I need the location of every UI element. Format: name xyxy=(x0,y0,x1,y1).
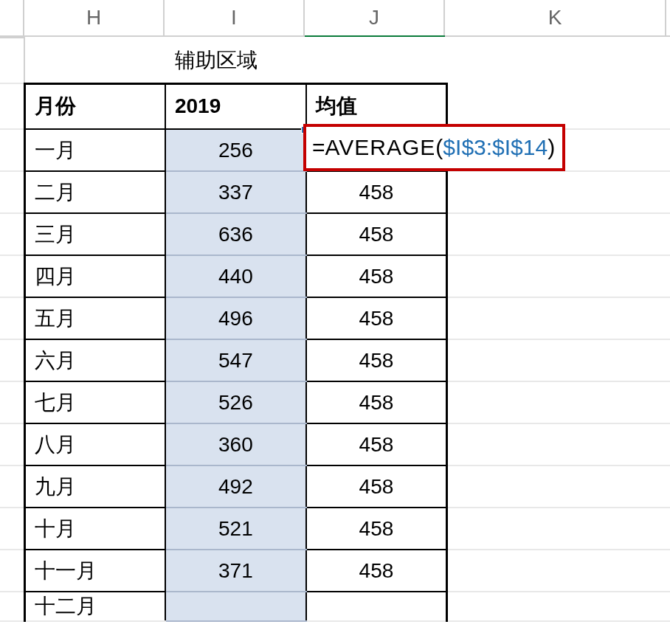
row-edge xyxy=(0,423,24,465)
row-edge xyxy=(0,550,24,592)
cell[interactable] xyxy=(447,255,669,297)
month-cell[interactable]: 一月 xyxy=(24,129,165,171)
cell[interactable] xyxy=(447,213,669,255)
row-edge xyxy=(0,83,24,129)
table-row: 月份 2019 均值 xyxy=(0,83,669,129)
row-edge xyxy=(0,381,24,423)
value-cell[interactable]: 492 xyxy=(165,465,306,508)
month-cell[interactable]: 五月 xyxy=(24,297,165,339)
table-row: 六月 547 458 xyxy=(0,339,669,381)
spreadsheet-viewport: H I J K 辅助区域 xyxy=(0,0,670,644)
column-header-h[interactable]: H xyxy=(24,0,165,35)
avg-cell[interactable]: 458 xyxy=(306,381,447,423)
value-cell[interactable]: 547 xyxy=(165,339,306,381)
value-cell[interactable]: 440 xyxy=(165,255,306,297)
formula-function-name: AVERAGE xyxy=(325,135,436,159)
month-cell[interactable]: 九月 xyxy=(24,465,165,508)
corner-spacer xyxy=(0,0,24,35)
grid-area: 辅助区域 月份 2019 均值 一月 256 xyxy=(0,37,670,622)
table-row: 九月 492 458 xyxy=(0,465,669,508)
cell[interactable] xyxy=(447,38,669,83)
cell[interactable] xyxy=(447,550,669,592)
table-row: 十二月 xyxy=(0,592,669,621)
table-row: 十一月 371 458 xyxy=(0,550,669,592)
formula-close-paren: ) xyxy=(548,135,555,159)
value-cell[interactable]: 337 xyxy=(165,171,306,213)
row-edge xyxy=(0,213,24,255)
cell[interactable] xyxy=(447,171,669,213)
aux-area-label-cell[interactable]: 辅助区域 xyxy=(165,38,306,83)
row-edge xyxy=(0,592,24,621)
value-cell[interactable]: 371 xyxy=(165,550,306,592)
table-row: 二月 337 458 xyxy=(0,171,669,213)
table-row: 四月 440 458 xyxy=(0,255,669,297)
cell[interactable] xyxy=(447,339,669,381)
formula-editor[interactable]: =AVERAGE($I$3:$I$14) xyxy=(303,124,565,171)
month-header-cell[interactable]: 月份 xyxy=(24,83,165,129)
row-edge xyxy=(0,171,24,213)
value-cell[interactable]: 521 xyxy=(165,508,306,550)
avg-cell[interactable]: 458 xyxy=(306,508,447,550)
cell[interactable] xyxy=(447,381,669,423)
formula-range-ref: $I$3:$I$14 xyxy=(443,135,548,159)
row-edge xyxy=(0,297,24,339)
column-header-j[interactable]: J xyxy=(305,0,445,35)
column-header-i[interactable]: I xyxy=(165,0,305,35)
value-cell[interactable]: 636 xyxy=(165,213,306,255)
table-row: 十月 521 458 xyxy=(0,508,669,550)
table-row: 八月 360 458 xyxy=(0,423,669,465)
cell[interactable] xyxy=(447,592,669,621)
month-cell[interactable]: 四月 xyxy=(24,255,165,297)
value-cell[interactable]: 256 xyxy=(165,129,306,171)
formula-open-paren: ( xyxy=(435,135,443,159)
table-row: 五月 496 458 xyxy=(0,297,669,339)
month-cell[interactable]: 八月 xyxy=(24,423,165,465)
month-cell[interactable]: 六月 xyxy=(24,339,165,381)
month-cell[interactable]: 十一月 xyxy=(24,550,165,592)
cell[interactable] xyxy=(447,465,669,508)
cell[interactable] xyxy=(24,38,165,83)
month-cell[interactable]: 十月 xyxy=(24,508,165,550)
avg-cell[interactable] xyxy=(306,592,447,621)
year-header-cell[interactable]: 2019 xyxy=(165,83,306,129)
cell[interactable] xyxy=(447,508,669,550)
avg-cell[interactable]: 458 xyxy=(306,339,447,381)
avg-cell[interactable]: 458 xyxy=(306,171,447,213)
avg-cell[interactable]: 458 xyxy=(306,465,447,508)
avg-header-cell[interactable]: 均值 xyxy=(306,83,447,129)
value-cell[interactable]: 360 xyxy=(165,423,306,465)
table-row: 辅助区域 xyxy=(0,38,669,83)
value-cell[interactable] xyxy=(165,592,306,621)
table-row: 七月 526 458 xyxy=(0,381,669,423)
value-cell[interactable]: 526 xyxy=(165,381,306,423)
month-cell[interactable]: 二月 xyxy=(24,171,165,213)
cell[interactable] xyxy=(447,297,669,339)
row-edge xyxy=(0,465,24,508)
table-row: 三月 636 458 xyxy=(0,213,669,255)
avg-cell[interactable]: 458 xyxy=(306,213,447,255)
cell[interactable] xyxy=(306,38,447,83)
formula-equals: = xyxy=(312,135,325,159)
row-edge xyxy=(0,508,24,550)
active-column-indicator xyxy=(305,35,445,37)
avg-cell[interactable]: 458 xyxy=(306,297,447,339)
row-edge xyxy=(0,339,24,381)
row-edge xyxy=(0,38,24,83)
row-edge xyxy=(0,129,24,171)
column-header-row: H I J K xyxy=(0,0,670,37)
row-edge xyxy=(0,255,24,297)
avg-cell[interactable]: 458 xyxy=(306,423,447,465)
month-cell[interactable]: 十二月 xyxy=(24,592,165,621)
month-cell[interactable]: 三月 xyxy=(24,213,165,255)
column-header-j-label: J xyxy=(369,6,379,30)
cell[interactable] xyxy=(447,83,669,129)
value-cell[interactable]: 496 xyxy=(165,297,306,339)
month-cell[interactable]: 七月 xyxy=(24,381,165,423)
avg-cell[interactable]: 458 xyxy=(306,550,447,592)
avg-cell[interactable]: 458 xyxy=(306,255,447,297)
column-header-k[interactable]: K xyxy=(445,0,666,35)
cell[interactable] xyxy=(447,423,669,465)
